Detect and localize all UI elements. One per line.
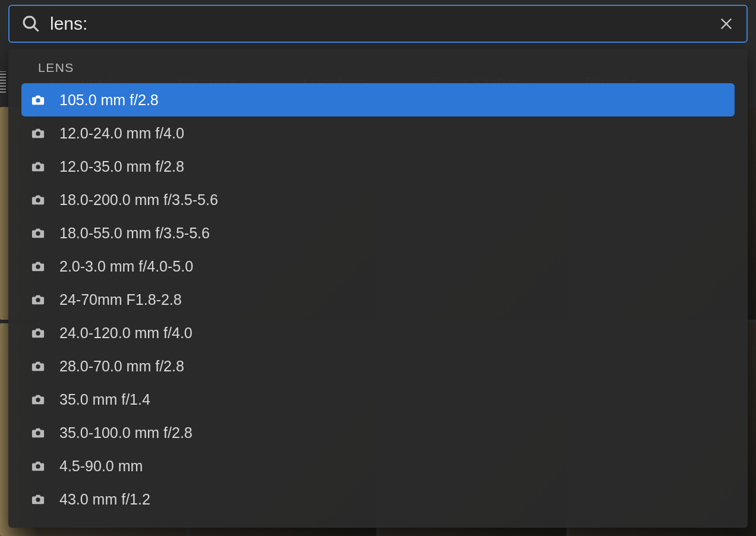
lens-suggestion-item[interactable]: 18.0-200.0 mm f/3.5-5.6: [21, 183, 735, 216]
clear-search-button[interactable]: [716, 13, 737, 34]
lens-suggestion-item[interactable]: 12.0-35.0 mm f/2.8: [21, 150, 735, 183]
search-bar: [8, 5, 748, 43]
lens-suggestion-label: 12.0-35.0 mm f/2.8: [59, 158, 725, 175]
camera-icon: [31, 259, 45, 273]
camera-icon: [31, 326, 45, 340]
lens-suggestion-label: 24.0-120.0 mm f/4.0: [59, 324, 725, 342]
camera-icon: [31, 392, 45, 406]
panel-drag-handle[interactable]: [0, 71, 6, 93]
camera-icon: [31, 292, 45, 307]
lens-suggestion-item[interactable]: 12.0-24.0 mm f/4.0: [21, 116, 735, 150]
camera-icon: [31, 492, 45, 506]
lens-suggestion-label: 28.0-70.0 mm f/2.8: [59, 358, 725, 375]
camera-icon: [31, 126, 45, 140]
lens-suggestion-label: 18.0-200.0 mm f/3.5-5.6: [59, 191, 725, 209]
search-suggestions-dropdown: LENS 105.0 mm f/2.8 12.0-24.0 mm f/4.0 1…: [8, 49, 748, 528]
lens-suggestion-label: 35.0-100.0 mm f/2.8: [59, 424, 725, 442]
lens-suggestion-item[interactable]: 35.0 mm f/1.4: [21, 383, 735, 416]
lens-suggestion-label: 35.0 mm f/1.4: [59, 391, 725, 408]
lens-suggestion-item[interactable]: 2.0-3.0 mm f/4.0-5.0: [21, 250, 735, 283]
camera-icon: [31, 359, 45, 373]
lens-suggestion-item[interactable]: 24-70mm F1.8-2.8: [21, 283, 735, 316]
camera-icon: [31, 459, 45, 473]
lens-suggestion-item[interactable]: 4.5-90.0 mm: [21, 449, 735, 483]
camera-icon: [31, 93, 45, 107]
lens-suggestion-label: 43.0 mm f/1.2: [59, 491, 725, 508]
lens-suggestion-label: 105.0 mm f/2.8: [59, 92, 725, 109]
lens-suggestion-item[interactable]: 43.0 mm f/1.2: [21, 483, 735, 516]
camera-icon: [31, 226, 45, 240]
suggestions-scroll[interactable]: LENS 105.0 mm f/2.8 12.0-24.0 mm f/4.0 1…: [8, 49, 748, 528]
camera-icon: [31, 425, 45, 440]
lens-suggestion-item[interactable]: 28.0-70.0 mm f/2.8: [21, 349, 735, 383]
camera-icon: [31, 159, 45, 174]
lens-suggestion-item[interactable]: 35.0-100.0 mm f/2.8: [21, 416, 735, 449]
lens-suggestion-label: 18.0-55.0 mm f/3.5-5.6: [59, 225, 725, 242]
search-icon: [19, 12, 43, 36]
search-input[interactable]: [50, 14, 716, 34]
lens-suggestion-item[interactable]: 18.0-55.0 mm f/3.5-5.6: [21, 216, 735, 250]
svg-line-1: [34, 27, 39, 31]
suggestions-section-header: LENS: [21, 53, 735, 83]
camera-icon: [31, 193, 45, 207]
lens-suggestion-item[interactable]: 105.0 mm f/2.8: [21, 83, 735, 116]
lens-suggestion-label: 24-70mm F1.8-2.8: [59, 291, 725, 308]
lens-suggestion-label: 12.0-24.0 mm f/4.0: [59, 125, 725, 142]
svg-point-0: [24, 17, 35, 28]
lens-suggestion-label: 4.5-90.0 mm: [59, 458, 725, 475]
lens-suggestion-item[interactable]: 24.0-120.0 mm f/4.0: [21, 316, 735, 349]
lens-suggestion-label: 2.0-3.0 mm f/4.0-5.0: [59, 258, 725, 275]
